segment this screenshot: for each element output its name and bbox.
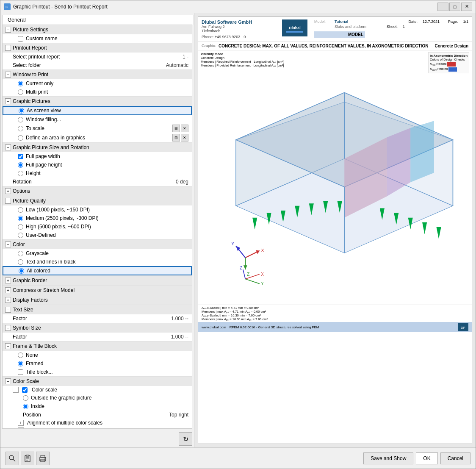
bottom-bar: Save and Show OK Cancel xyxy=(0,447,476,469)
select-report-value: 1 - xyxy=(155,54,188,60)
window-filling-radio[interactable] xyxy=(18,117,23,122)
expand-icon-color-scale[interactable]: − xyxy=(5,378,11,384)
clipboard-tool-button[interactable] xyxy=(21,452,34,465)
refresh-button[interactable]: ↻ xyxy=(179,432,192,446)
company-addr1: Am Fallweg 2 xyxy=(202,25,279,29)
quality-user-row: User-Defined xyxy=(3,231,192,239)
expand-icon-options[interactable]: + xyxy=(5,188,11,194)
custom-name-checkbox[interactable] xyxy=(18,36,23,42)
inside-label: Inside xyxy=(31,403,44,409)
height-radio[interactable] xyxy=(18,171,23,176)
graphic-icon-2[interactable]: ✕ xyxy=(181,125,188,132)
expand-icon-graphic-pics[interactable]: − xyxy=(5,98,11,104)
grayscale-radio[interactable] xyxy=(18,251,23,256)
expand-icon-printout[interactable]: − xyxy=(5,45,11,51)
svg-line-39 xyxy=(243,269,246,279)
doc-summary: Aₚₛ,x-Scaled | min = 4.71 min = 0.00 cm²… xyxy=(198,305,472,322)
quality-low-radio[interactable] xyxy=(18,207,23,213)
expand-icon-display[interactable]: + xyxy=(5,297,11,303)
printout-report-header[interactable]: − Printout Report xyxy=(3,43,192,53)
none-radio[interactable] xyxy=(18,352,23,358)
as-screen-view-radio[interactable] xyxy=(19,108,24,114)
text-size-header[interactable]: − Text Size xyxy=(3,305,192,314)
frame-title-header[interactable]: − Frame & Title Block xyxy=(3,341,192,351)
section-picture-quality: − Picture Quality Low (1000 pixels, ~150… xyxy=(3,196,192,240)
options-title: Options xyxy=(13,188,30,194)
close-button[interactable]: ✕ xyxy=(461,3,472,11)
display-factors-header[interactable]: + Display Factors xyxy=(3,295,192,305)
search-tool-button[interactable] xyxy=(6,452,19,465)
inside-radio[interactable] xyxy=(23,404,28,409)
save-show-button[interactable]: Save and Show xyxy=(363,452,413,464)
to-scale-radio[interactable] xyxy=(18,126,23,131)
section-printout-report: − Printout Report Select printout report… xyxy=(3,43,192,70)
as-screen-view-row: As screen view xyxy=(3,106,192,115)
framed-radio[interactable] xyxy=(18,361,23,366)
picture-quality-header[interactable]: − Picture Quality xyxy=(3,196,192,205)
summary-4: Members | max Aₚₛ = 16.30 min Aₚₛ = 7.60… xyxy=(202,317,468,321)
window-to-print-header[interactable]: − Window to Print xyxy=(3,70,192,79)
expand-icon-window[interactable]: − xyxy=(5,72,11,78)
expand-icon-compress[interactable]: + xyxy=(5,287,11,293)
custom-name-label: Custom name xyxy=(26,36,58,42)
define-icon-2[interactable]: ✕ xyxy=(181,134,188,142)
color-header[interactable]: − Color xyxy=(3,240,192,249)
svg-text:Z: Z xyxy=(247,272,250,277)
expand-icon-size[interactable]: − xyxy=(5,144,11,150)
all-colored-radio[interactable] xyxy=(19,268,24,274)
quality-high-radio[interactable] xyxy=(18,224,23,230)
minimize-button[interactable]: ─ xyxy=(437,3,448,11)
print-tool-button[interactable] xyxy=(36,452,50,465)
model-value: Tutorial xyxy=(335,19,396,24)
rotation-value: 0 deg xyxy=(155,179,188,185)
graphic-pictures-header[interactable]: − Graphic Pictures xyxy=(3,97,192,106)
options-header[interactable]: + Options xyxy=(3,186,192,196)
outside-graphic-radio[interactable] xyxy=(23,395,28,401)
ok-button[interactable]: OK xyxy=(416,452,437,464)
tab-general[interactable]: General xyxy=(2,15,194,25)
svg-marker-26 xyxy=(422,222,427,234)
alignment-label: Alignment of multiple color scales xyxy=(27,420,102,426)
current-only-radio[interactable] xyxy=(18,81,23,86)
framed-label: Framed xyxy=(26,361,43,366)
expand-icon-color[interactable]: − xyxy=(5,241,11,247)
maximize-button[interactable]: □ xyxy=(449,3,460,11)
define-icon-1[interactable]: ⊞ xyxy=(172,134,180,142)
expand-icon-color-scale-sub[interactable]: − xyxy=(13,387,19,393)
full-page-height-radio[interactable] xyxy=(18,162,23,168)
expand-icon-picture[interactable]: − xyxy=(5,27,11,33)
expand-icon-frame[interactable]: − xyxy=(5,343,11,349)
printout-report-title: Printout Report xyxy=(13,45,47,51)
quality-user-radio[interactable] xyxy=(18,233,23,238)
graphic-border-header[interactable]: + Graphic Border xyxy=(3,276,192,285)
quality-high-label: High (5000 pixels, ~600 DPI) xyxy=(26,224,91,230)
text-lines-black-radio[interactable] xyxy=(18,259,23,265)
company-phone: Phone: +49 9673 9203 - 0 xyxy=(202,35,279,39)
expand-icon-symbol-size[interactable]: − xyxy=(5,325,11,331)
expand-icon-quality[interactable]: − xyxy=(5,198,11,204)
legend-red xyxy=(447,62,456,67)
company-logo: Dlubal xyxy=(282,19,307,36)
graphic-icon-1[interactable]: ⊞ xyxy=(172,125,180,132)
current-only-row: Current only xyxy=(3,79,192,88)
graphic-size-header[interactable]: − Graphic Picture Size and Rotation xyxy=(3,143,192,152)
color-scale-checkbox[interactable] xyxy=(22,387,28,393)
expand-icon-text-size[interactable]: − xyxy=(5,307,11,313)
full-page-width-checkbox[interactable] xyxy=(18,154,23,159)
picture-settings-header[interactable]: − Picture Settings xyxy=(3,25,192,34)
cancel-button[interactable]: Cancel xyxy=(440,452,470,464)
symbol-size-header[interactable]: − Symbol Size xyxy=(3,323,192,333)
expand-icon-alignment[interactable]: + xyxy=(18,420,24,426)
doc-body: Visibility mode Concrete Design Members … xyxy=(198,50,472,305)
left-panel-bottom: ↻ xyxy=(0,429,194,447)
define-area-radio[interactable] xyxy=(18,135,23,141)
compress-stretch-header[interactable]: + Compress or Stretch Model xyxy=(3,286,192,295)
summary-1: Aₚₛ,x-Scaled | min = 4.71 min = 0.00 cm² xyxy=(202,306,468,310)
rotation-row: Rotation 0 deg xyxy=(3,178,192,186)
multi-print-radio[interactable] xyxy=(18,89,23,95)
color-scale-header[interactable]: − Color Scale xyxy=(3,377,192,386)
quality-medium-radio[interactable] xyxy=(18,216,23,221)
expand-icon-border[interactable]: + xyxy=(5,278,11,283)
text-lines-black-label: Text and lines in black xyxy=(26,259,75,265)
title-block-checkbox[interactable] xyxy=(18,369,23,375)
